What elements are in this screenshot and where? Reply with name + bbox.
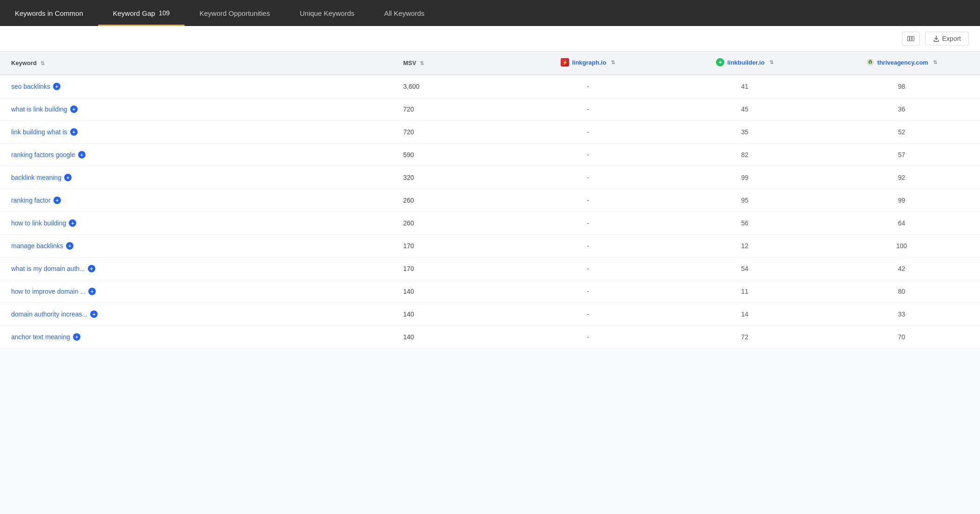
msv-cell-11: 140 <box>392 326 510 349</box>
msv-cell-3: 590 <box>392 144 510 166</box>
keyword-link-3[interactable]: ranking factors google+ <box>11 151 381 158</box>
col-thrive-label: thriveagency.com <box>877 59 928 66</box>
keyword-plus-icon-8[interactable]: + <box>88 265 95 272</box>
keyword-link-6[interactable]: how to link building+ <box>11 219 381 227</box>
keyword-plus-icon-6[interactable]: + <box>69 219 76 227</box>
msv-cell-8: 170 <box>392 257 510 280</box>
keyword-link-10[interactable]: domain authority increas...+ <box>11 310 381 318</box>
export-button[interactable]: Export <box>925 32 969 46</box>
export-icon <box>933 35 940 42</box>
linkbuilder-domain-icon <box>716 58 724 66</box>
linkgraph-cell-9: - <box>510 280 666 303</box>
tab-all-keywords[interactable]: All Keywords <box>369 0 439 26</box>
keyword-plus-icon-1[interactable]: + <box>70 105 78 113</box>
linkgraph-cell-8: - <box>510 257 666 280</box>
linkgraph-cell-6: - <box>510 212 666 235</box>
toolbar: Export <box>0 26 980 52</box>
keyword-cell-11: anchor text meaning+ <box>0 326 392 349</box>
keyword-plus-icon-9[interactable]: + <box>88 288 96 295</box>
table-row: seo backlinks+3,600-4198 <box>0 75 980 98</box>
thrive-domain-icon <box>866 58 874 66</box>
col-keyword[interactable]: Keyword ⇅ <box>0 52 392 75</box>
tab-unique-keywords[interactable]: Unique Keywords <box>285 0 370 26</box>
keyword-link-4[interactable]: backlink meaning+ <box>11 174 381 181</box>
keyword-plus-icon-10[interactable]: + <box>90 310 98 318</box>
linkbuilder-cell-2: 35 <box>666 121 823 144</box>
msv-cell-5: 260 <box>392 189 510 212</box>
linkbuilder-cell-6: 56 <box>666 212 823 235</box>
columns-toggle-button[interactable] <box>902 32 920 46</box>
linkbuilder-cell-7: 12 <box>666 235 823 257</box>
svg-rect-2 <box>912 36 914 41</box>
svg-rect-0 <box>907 36 909 41</box>
col-thrive[interactable]: thriveagency.com ⇅ <box>823 52 980 75</box>
tab-keywords-in-common[interactable]: Keywords in Common <box>0 0 98 26</box>
col-linkbuilder[interactable]: linkbuilder.io ⇅ <box>666 52 823 75</box>
msv-cell-2: 720 <box>392 121 510 144</box>
keyword-link-0[interactable]: seo backlinks+ <box>11 83 381 90</box>
table-row: what is my domain auth...+170-5442 <box>0 257 980 280</box>
keyword-plus-icon-4[interactable]: + <box>64 174 72 181</box>
keyword-cell-2: link building what is+ <box>0 121 392 144</box>
thrive-cell-2: 52 <box>823 121 980 144</box>
keyword-plus-icon-3[interactable]: + <box>78 151 86 158</box>
msv-cell-7: 170 <box>392 235 510 257</box>
thrive-cell-0: 98 <box>823 75 980 98</box>
table-row: how to improve domain ...+140-1180 <box>0 280 980 303</box>
linkgraph-cell-0: - <box>510 75 666 98</box>
msv-sort-icon: ⇅ <box>420 60 424 66</box>
linkbuilder-cell-1: 45 <box>666 98 823 121</box>
linkgraph-cell-11: - <box>510 326 666 349</box>
keyword-sort-icon: ⇅ <box>40 60 45 66</box>
linkgraph-cell-4: - <box>510 166 666 189</box>
keyword-link-2[interactable]: link building what is+ <box>11 128 381 136</box>
keyword-link-7[interactable]: manage backlinks+ <box>11 242 381 250</box>
linkbuilder-cell-10: 14 <box>666 303 823 326</box>
keyword-link-8[interactable]: what is my domain auth...+ <box>11 265 381 272</box>
msv-cell-0: 3,600 <box>392 75 510 98</box>
linkbuilder-cell-11: 72 <box>666 326 823 349</box>
keyword-link-9[interactable]: how to improve domain ...+ <box>11 288 381 295</box>
tab-keyword-gap-badge: 109 <box>159 9 170 17</box>
keyword-plus-icon-11[interactable]: + <box>73 333 80 341</box>
linkbuilder-cell-9: 11 <box>666 280 823 303</box>
keyword-table-container: Keyword ⇅ MSV ⇅ linkgraph.io ⇅ <box>0 52 980 349</box>
thrive-cell-10: 33 <box>823 303 980 326</box>
thrive-cell-4: 92 <box>823 166 980 189</box>
keyword-cell-6: how to link building+ <box>0 212 392 235</box>
keyword-cell-0: seo backlinks+ <box>0 75 392 98</box>
keyword-cell-1: what is link building+ <box>0 98 392 121</box>
keyword-link-5[interactable]: ranking factor+ <box>11 197 381 204</box>
tab-keywords-in-common-label: Keywords in Common <box>15 9 83 17</box>
tab-keyword-opportunities-label: Keyword Opportunities <box>199 9 270 17</box>
keyword-plus-icon-0[interactable]: + <box>53 83 60 90</box>
keyword-cell-9: how to improve domain ...+ <box>0 280 392 303</box>
table-header-row: Keyword ⇅ MSV ⇅ linkgraph.io ⇅ <box>0 52 980 75</box>
linkgraph-cell-3: - <box>510 144 666 166</box>
tab-keyword-gap-label: Keyword Gap <box>113 9 155 17</box>
thrive-cell-1: 36 <box>823 98 980 121</box>
col-msv[interactable]: MSV ⇅ <box>392 52 510 75</box>
col-linkgraph-label: linkgraph.io <box>572 59 606 66</box>
linkgraph-cell-2: - <box>510 121 666 144</box>
linkbuilder-cell-5: 95 <box>666 189 823 212</box>
keyword-cell-10: domain authority increas...+ <box>0 303 392 326</box>
linkbuilder-sort-icon: ⇅ <box>769 59 774 66</box>
keyword-link-1[interactable]: what is link building+ <box>11 105 381 113</box>
keyword-cell-5: ranking factor+ <box>0 189 392 212</box>
table-body: seo backlinks+3,600-4198what is link bui… <box>0 75 980 349</box>
linkgraph-cell-10: - <box>510 303 666 326</box>
keyword-plus-icon-7[interactable]: + <box>66 242 73 250</box>
tab-keyword-opportunities[interactable]: Keyword Opportunities <box>185 0 285 26</box>
keyword-plus-icon-2[interactable]: + <box>70 128 78 136</box>
col-linkgraph[interactable]: linkgraph.io ⇅ <box>510 52 666 75</box>
table-row: anchor text meaning+140-7270 <box>0 326 980 349</box>
export-label: Export <box>942 35 961 42</box>
linkbuilder-cell-8: 54 <box>666 257 823 280</box>
table-row: backlink meaning+320-9992 <box>0 166 980 189</box>
keyword-link-11[interactable]: anchor text meaning+ <box>11 333 381 341</box>
tab-keyword-gap[interactable]: Keyword Gap109 <box>98 0 185 26</box>
table-row: ranking factor+260-9599 <box>0 189 980 212</box>
keyword-plus-icon-5[interactable]: + <box>53 197 61 204</box>
table-row: manage backlinks+170-12100 <box>0 235 980 257</box>
